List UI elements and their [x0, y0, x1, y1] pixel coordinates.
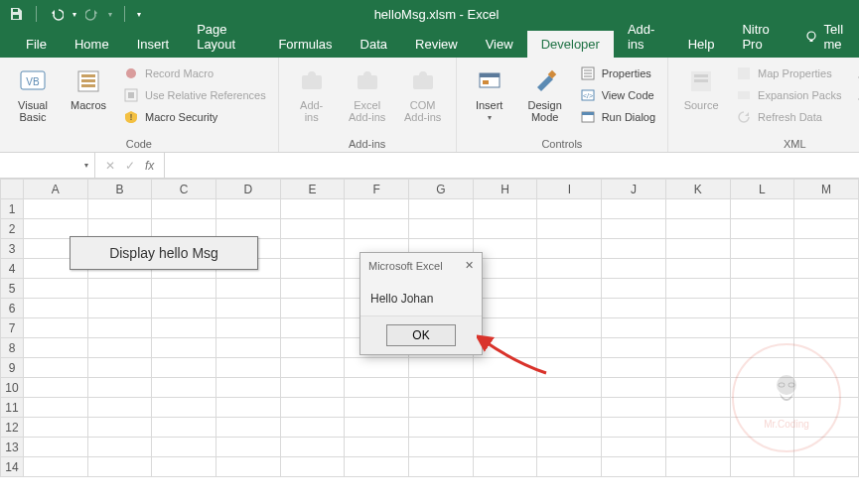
- cell[interactable]: [87, 358, 152, 378]
- cell[interactable]: [537, 199, 602, 219]
- cell[interactable]: [23, 378, 87, 398]
- cell[interactable]: [665, 299, 730, 318]
- cell[interactable]: [216, 418, 281, 438]
- row-header[interactable]: 10: [1, 378, 24, 398]
- cell[interactable]: [280, 358, 345, 378]
- cell[interactable]: [87, 279, 152, 299]
- visual-basic-button[interactable]: VB Visual Basic: [8, 62, 58, 127]
- cell[interactable]: [602, 418, 666, 438]
- column-header[interactable]: D: [216, 180, 281, 199]
- cell[interactable]: [794, 239, 859, 259]
- cell[interactable]: [409, 438, 474, 457]
- column-header[interactable]: C: [152, 180, 216, 199]
- column-header[interactable]: F: [345, 180, 409, 199]
- cell[interactable]: [280, 338, 345, 358]
- ok-button[interactable]: OK: [386, 324, 456, 346]
- use-relative-button[interactable]: Use Relative References: [119, 85, 270, 105]
- cell[interactable]: [473, 457, 537, 477]
- cell[interactable]: [23, 457, 87, 477]
- cell[interactable]: [23, 398, 87, 418]
- cell[interactable]: [794, 299, 859, 318]
- cell[interactable]: [537, 239, 602, 259]
- fx-icon[interactable]: fx: [145, 159, 154, 173]
- cell[interactable]: [23, 318, 87, 338]
- cell[interactable]: [665, 219, 730, 239]
- row-header[interactable]: 12: [1, 418, 24, 438]
- cell[interactable]: [152, 438, 216, 457]
- cell[interactable]: [473, 199, 537, 219]
- cell[interactable]: [602, 279, 666, 299]
- com-addins-button[interactable]: COM Add-ins: [398, 62, 448, 127]
- properties-button[interactable]: Properties: [576, 63, 659, 83]
- cell[interactable]: [537, 219, 602, 239]
- cell[interactable]: [602, 338, 666, 358]
- cell[interactable]: [473, 398, 537, 418]
- cell[interactable]: [730, 318, 794, 338]
- save-icon[interactable]: [8, 6, 24, 22]
- undo-icon[interactable]: [49, 6, 65, 22]
- cell[interactable]: [537, 259, 602, 279]
- cell[interactable]: [216, 438, 281, 457]
- import-button[interactable]: Import: [851, 63, 859, 83]
- refresh-data-button[interactable]: Refresh Data: [732, 107, 845, 127]
- cell[interactable]: [280, 239, 345, 259]
- run-dialog-button[interactable]: Run Dialog: [576, 107, 659, 127]
- cell[interactable]: [280, 259, 345, 279]
- cell[interactable]: [152, 299, 216, 318]
- source-button[interactable]: Source: [676, 62, 726, 115]
- view-code-button[interactable]: </> View Code: [576, 85, 659, 105]
- cell[interactable]: [87, 378, 152, 398]
- cell[interactable]: [473, 438, 537, 457]
- cell[interactable]: [794, 259, 859, 279]
- redo-icon[interactable]: [84, 6, 100, 22]
- cell[interactable]: [730, 299, 794, 318]
- cell[interactable]: [665, 378, 730, 398]
- cell[interactable]: [23, 279, 87, 299]
- cell[interactable]: [345, 199, 409, 219]
- column-header[interactable]: M: [794, 180, 859, 199]
- cell[interactable]: [602, 299, 666, 318]
- record-macro-button[interactable]: Record Macro: [119, 63, 270, 83]
- row-header[interactable]: 13: [1, 438, 24, 457]
- cell[interactable]: [665, 279, 730, 299]
- cell[interactable]: [23, 199, 87, 219]
- tell-me[interactable]: Tell me: [794, 16, 859, 58]
- cell[interactable]: [537, 418, 602, 438]
- cell[interactable]: [409, 358, 474, 378]
- cell[interactable]: [280, 299, 345, 318]
- cell[interactable]: [602, 318, 666, 338]
- cell[interactable]: [537, 398, 602, 418]
- formula-input-wrap[interactable]: [165, 153, 859, 178]
- tab-home[interactable]: Home: [61, 31, 123, 58]
- close-icon[interactable]: ✕: [465, 259, 474, 272]
- cell[interactable]: [665, 239, 730, 259]
- cell[interactable]: [152, 318, 216, 338]
- chevron-down-icon[interactable]: ▾: [84, 161, 88, 170]
- cell[interactable]: [345, 418, 409, 438]
- row-header[interactable]: 3: [1, 239, 24, 259]
- cell[interactable]: [216, 457, 281, 477]
- cell[interactable]: [665, 338, 730, 358]
- name-box[interactable]: ▾: [0, 153, 95, 178]
- tab-data[interactable]: Data: [347, 31, 401, 58]
- cell[interactable]: [152, 418, 216, 438]
- cell[interactable]: [23, 299, 87, 318]
- cell[interactable]: [216, 318, 281, 338]
- cell[interactable]: [602, 219, 666, 239]
- cell[interactable]: [87, 318, 152, 338]
- tab-file[interactable]: File: [12, 31, 61, 58]
- cell[interactable]: [345, 438, 409, 457]
- cell[interactable]: [730, 239, 794, 259]
- cell[interactable]: [280, 219, 345, 239]
- cell[interactable]: [345, 398, 409, 418]
- column-header[interactable]: B: [87, 180, 152, 199]
- cell[interactable]: [23, 338, 87, 358]
- design-mode-button[interactable]: Design Mode: [520, 62, 570, 127]
- column-header[interactable]: H: [473, 180, 537, 199]
- cell[interactable]: [602, 398, 666, 418]
- cell[interactable]: [409, 457, 474, 477]
- cell[interactable]: [602, 457, 666, 477]
- cell[interactable]: [537, 457, 602, 477]
- cell[interactable]: [602, 239, 666, 259]
- redo-dropdown-icon[interactable]: ▾: [108, 10, 112, 19]
